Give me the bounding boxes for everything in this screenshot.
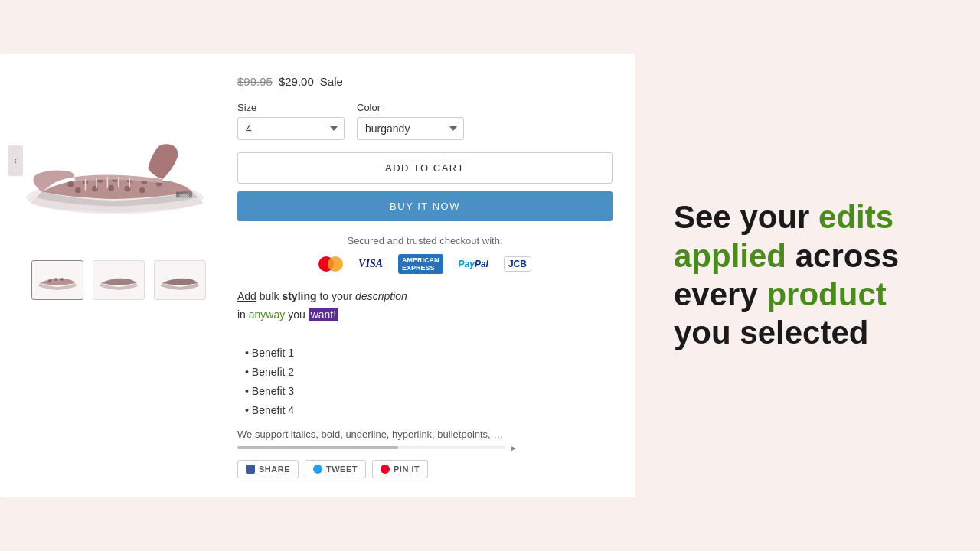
svg-text:VANS: VANS	[179, 194, 189, 197]
color-label: Color	[357, 102, 464, 113]
payment-label: Secured and trusted checkout with:	[347, 235, 502, 246]
image-area: ‹	[0, 69, 222, 482]
description-line-1: Add bulk styling to your description	[237, 288, 612, 305]
tagline-product: product	[766, 276, 886, 312]
benefit-4: Benefit 4	[245, 401, 612, 420]
svg-point-20	[48, 279, 51, 282]
share-twitter-button[interactable]: TWEET	[305, 460, 366, 478]
anyway-text: anyway	[249, 308, 285, 321]
share-facebook-label: SHARE	[259, 465, 290, 474]
scroll-bar[interactable]: ►	[237, 446, 505, 449]
details-area: $99.95 $29.00 Sale Size 4 5 6 7 8	[222, 69, 620, 482]
benefits-list: Benefit 1 Benefit 2 Benefit 3 Benefit 4	[245, 344, 612, 421]
social-share: SHARE TWEET PIN IT	[237, 460, 612, 478]
share-pinterest-label: PIN IT	[394, 465, 420, 474]
svg-point-9	[92, 186, 98, 192]
pinterest-icon	[381, 465, 390, 474]
buy-it-now-button[interactable]: BUY IT NOW	[237, 191, 612, 221]
svg-point-22	[60, 278, 64, 281]
visa-icon: VISA	[354, 256, 387, 272]
thumbnail-1[interactable]	[31, 260, 83, 300]
tagline-line3: every product	[674, 276, 887, 312]
thumbnail-list	[24, 260, 206, 300]
size-option-group: Size 4 5 6 7 8	[237, 102, 345, 140]
svg-point-8	[75, 187, 81, 194]
add-to-cart-button[interactable]: ADD TO CART	[237, 152, 612, 184]
svg-point-10	[108, 185, 114, 191]
product-panel: ‹	[0, 54, 635, 497]
twitter-icon	[313, 465, 322, 474]
paypal-icon: PayPal	[454, 256, 493, 272]
color-select[interactable]: burgandy black white	[357, 117, 464, 140]
svg-point-21	[54, 278, 57, 281]
scroll-thumb	[237, 446, 398, 449]
size-select[interactable]: 4 5 6 7 8	[237, 117, 345, 140]
support-text: We support italics, bold, underline, hyp…	[237, 429, 505, 440]
description-italic: description	[355, 290, 407, 302]
size-label: Size	[237, 102, 345, 113]
add-link[interactable]: Add	[237, 290, 256, 302]
options-row: Size 4 5 6 7 8 Color burgandy black whit…	[237, 102, 612, 140]
payment-icons: VISA AMERICANEXPRESS PayPal JCB	[318, 254, 531, 274]
scroll-arrow-right: ►	[510, 444, 518, 452]
tagline-see-your: See your	[674, 199, 818, 235]
styling-text: styling	[282, 290, 316, 302]
facebook-icon	[246, 465, 255, 474]
thumbnail-3[interactable]	[154, 260, 206, 300]
payment-section: Secured and trusted checkout with: VISA …	[237, 235, 612, 274]
benefit-3: Benefit 3	[245, 382, 612, 401]
want-text: want!	[309, 308, 338, 321]
tagline-applied: applied	[674, 238, 786, 274]
tagline-line4: you selected	[674, 315, 868, 350]
main-product-image: VANS	[15, 77, 214, 245]
sale-label: Sale	[320, 75, 343, 88]
original-price: $99.95	[237, 75, 273, 88]
svg-point-12	[139, 187, 145, 194]
amex-icon: AMERICANEXPRESS	[398, 254, 443, 274]
jcb-icon: JCB	[504, 256, 531, 272]
sale-price: $29.00	[279, 75, 314, 88]
tagline-line2: applied across	[674, 238, 899, 274]
tagline-line1: See your edits	[674, 199, 893, 235]
tagline-across: across	[786, 238, 899, 274]
tagline-edits: edits	[818, 199, 893, 235]
benefit-1: Benefit 1	[245, 344, 612, 363]
svg-point-1	[67, 181, 74, 187]
tagline-every: every	[674, 276, 766, 312]
color-option-group: Color burgandy black white	[357, 102, 464, 140]
benefit-2: Benefit 2	[245, 363, 612, 382]
description-line-2: in anyway you want!	[237, 306, 612, 323]
share-twitter-label: TWEET	[326, 465, 358, 474]
tagline: See your edits applied across every prod…	[674, 198, 899, 353]
description-section: Add bulk styling to your description in …	[237, 288, 612, 325]
price-row: $99.95 $29.00 Sale	[237, 69, 612, 88]
share-pinterest-button[interactable]: PIN IT	[372, 460, 428, 478]
thumbnail-2[interactable]	[93, 260, 145, 300]
mastercard-icon	[318, 256, 343, 272]
right-panel: See your edits applied across every prod…	[635, 0, 980, 551]
share-facebook-button[interactable]: SHARE	[237, 460, 299, 478]
